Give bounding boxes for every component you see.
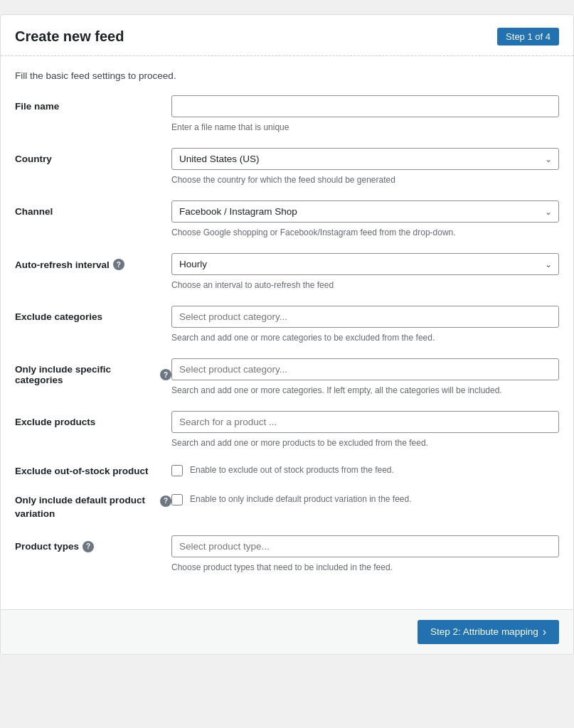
file-name-input[interactable] <box>171 95 559 117</box>
file-name-label: File name <box>15 95 171 112</box>
footer-bar: Step 2: Attribute mapping › <box>1 609 573 654</box>
product-types-hint: Choose product types that need to be inc… <box>171 561 559 574</box>
file-name-row: File name Enter a file name that is uniq… <box>15 95 559 134</box>
page-title: Create new feed <box>15 28 124 45</box>
auto-refresh-select[interactable]: Hourly Daily Weekly Monthly <box>171 253 559 275</box>
channel-row: Channel Facebook / Instagram Shop Google… <box>15 200 559 239</box>
step-badge: Step 1 of 4 <box>497 28 559 46</box>
form-body: File name Enter a file name that is uniq… <box>1 88 573 609</box>
country-select-wrapper: United States (US) United Kingdom (UK) C… <box>171 148 559 170</box>
product-types-control: Choose product types that need to be inc… <box>171 535 559 574</box>
channel-control: Facebook / Instagram Shop Google Shoppin… <box>171 200 559 239</box>
include-categories-help-icon[interactable]: ? <box>160 369 171 380</box>
include-categories-row: Only include specific categories ? Searc… <box>15 358 559 397</box>
page-header: Create new feed Step 1 of 4 <box>1 15 573 56</box>
exclude-categories-input[interactable] <box>171 306 559 328</box>
country-row: Country United States (US) United Kingdo… <box>15 148 559 186</box>
auto-refresh-select-wrapper: Hourly Daily Weekly Monthly ⌄ <box>171 253 559 275</box>
product-types-help-icon[interactable]: ? <box>83 541 94 552</box>
include-categories-label: Only include specific categories ? <box>15 358 171 385</box>
include-default-variation-checkbox[interactable] <box>171 494 183 505</box>
exclude-oos-row: Exclude out-of-stock product Enable to e… <box>15 464 559 478</box>
next-step-button[interactable]: Step 2: Attribute mapping › <box>418 620 559 644</box>
file-name-hint: Enter a file name that is unique <box>171 121 559 134</box>
exclude-products-label: Exclude products <box>15 411 171 427</box>
exclude-oos-hint: Enable to exclude out of stock products … <box>190 464 394 476</box>
form-intro: Fill the basic feed settings to proceed. <box>1 56 573 88</box>
include-default-variation-row: Only include default product variation ?… <box>15 493 559 521</box>
auto-refresh-control: Hourly Daily Weekly Monthly ⌄ Choose an … <box>171 253 559 291</box>
exclude-categories-control: Search and add one or more categories to… <box>171 306 559 344</box>
file-name-control: Enter a file name that is unique <box>171 95 559 134</box>
channel-hint: Choose Google shopping or Facebook/Insta… <box>171 226 559 239</box>
include-default-variation-hint: Enable to only include default product v… <box>190 493 412 505</box>
product-types-input[interactable] <box>171 535 559 557</box>
auto-refresh-row: Auto-refresh interval ? Hourly Daily Wee… <box>15 253 559 291</box>
product-types-row: Product types ? Choose product types tha… <box>15 535 559 574</box>
auto-refresh-help-icon[interactable]: ? <box>113 259 124 270</box>
exclude-oos-control: Enable to exclude out of stock products … <box>171 464 559 476</box>
include-categories-control: Search and add one or more categories. I… <box>171 358 559 397</box>
include-default-variation-control: Enable to only include default product v… <box>171 493 559 505</box>
auto-refresh-hint: Choose an interval to auto-refresh the f… <box>171 279 559 291</box>
channel-select[interactable]: Facebook / Instagram Shop Google Shoppin… <box>171 200 559 223</box>
include-default-variation-help-icon[interactable]: ? <box>160 496 171 507</box>
channel-select-wrapper: Facebook / Instagram Shop Google Shoppin… <box>171 200 559 223</box>
exclude-categories-hint: Search and add one or more categories to… <box>171 331 559 344</box>
next-step-arrow-icon: › <box>543 626 546 638</box>
country-label: Country <box>15 148 171 164</box>
next-step-label: Step 2: Attribute mapping <box>430 626 538 637</box>
country-hint: Choose the country for which the feed sh… <box>171 173 559 186</box>
exclude-categories-label: Exclude categories <box>15 306 171 322</box>
country-control: United States (US) United Kingdom (UK) C… <box>171 148 559 186</box>
include-default-variation-label: Only include default product variation ? <box>15 493 171 521</box>
product-types-label: Product types ? <box>15 535 171 552</box>
exclude-products-control: Search and add one or more products to b… <box>171 411 559 449</box>
exclude-categories-row: Exclude categories Search and add one or… <box>15 306 559 344</box>
auto-refresh-label: Auto-refresh interval ? <box>15 253 171 270</box>
include-categories-hint: Search and add one or more categories. I… <box>171 384 559 397</box>
country-select[interactable]: United States (US) United Kingdom (UK) C… <box>171 148 559 170</box>
exclude-products-hint: Search and add one or more products to b… <box>171 437 559 449</box>
include-categories-input[interactable] <box>171 358 559 380</box>
channel-label: Channel <box>15 200 171 217</box>
exclude-products-row: Exclude products Search and add one or m… <box>15 411 559 449</box>
exclude-oos-label: Exclude out-of-stock product <box>15 464 171 478</box>
exclude-oos-checkbox[interactable] <box>171 465 183 476</box>
exclude-products-input[interactable] <box>171 411 559 433</box>
page-wrapper: Create new feed Step 1 of 4 Fill the bas… <box>0 14 574 655</box>
